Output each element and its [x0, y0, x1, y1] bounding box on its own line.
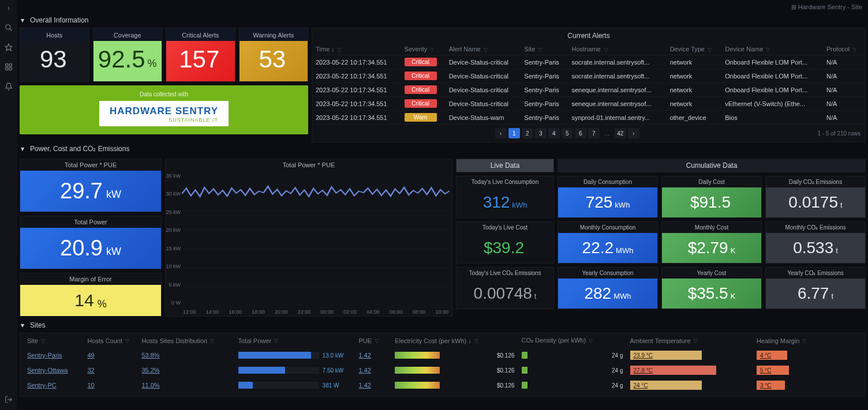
chart-title: Total Power * PUE: [166, 159, 452, 171]
alerts-col[interactable]: Time ↓ ▽: [312, 43, 401, 55]
sites-col[interactable]: Heating Margin ▽: [753, 333, 862, 348]
chevron-down-icon: ▾: [21, 145, 27, 153]
site-link[interactable]: Sentry-Ottawa: [27, 367, 68, 374]
alerts-col[interactable]: Device Name ▽: [721, 43, 823, 55]
search-icon[interactable]: [4, 23, 13, 32]
sites-col[interactable]: Total Power ▽: [235, 333, 356, 348]
section-power-header[interactable]: ▾Power, Cost and CO₂ Emissions: [20, 142, 866, 156]
sites-col[interactable]: Hosts Sites Distribution ▽: [138, 333, 234, 348]
filter-icon[interactable]: ▽: [41, 338, 45, 344]
site-link[interactable]: Sentry-PC: [27, 382, 57, 389]
filter-icon[interactable]: ▽: [125, 338, 129, 344]
tile-title: Warning Alerts: [240, 28, 308, 41]
pager-page[interactable]: 2: [522, 128, 533, 138]
filter-icon[interactable]: ▽: [430, 47, 434, 52]
alerts-col[interactable]: Protocol ▽: [823, 43, 865, 55]
bell-icon[interactable]: [4, 82, 13, 91]
filter-icon[interactable]: ▽: [766, 47, 770, 52]
filter-icon[interactable]: ▽: [802, 338, 806, 344]
alerts-col[interactable]: Hostname ▽: [568, 43, 666, 55]
metric-cost[interactable]: Monthly Cost$2.79K: [661, 221, 762, 264]
site-link[interactable]: Sentry-Paris: [27, 352, 62, 359]
pager-page[interactable]: 7: [588, 128, 600, 138]
tile-hosts[interactable]: Hosts 93: [20, 28, 89, 82]
filter-icon[interactable]: ▽: [694, 338, 698, 344]
severity-badge: Critical: [405, 99, 437, 108]
pager-page[interactable]: 3: [535, 128, 547, 138]
stat-total-power[interactable]: Total Power 20.9kW: [20, 216, 162, 269]
sites-row[interactable]: Sentry-Ottawa 32 35.2% 7.50 kW 1.42 $0.1…: [24, 363, 862, 378]
chart-panel: Total Power * PUE 35 kW30 kW25 kW20 kW15…: [165, 159, 452, 317]
severity-badge: Critical: [405, 72, 437, 80]
metric-consumption[interactable]: Monthly Consumption22.2MWh: [558, 221, 658, 264]
alerts-title: Current Alerts: [312, 28, 865, 43]
sites-col[interactable]: Ambient Temperature ▽: [627, 333, 753, 348]
stat-total-power-pue[interactable]: Total Power * PUE 29.7kW: [20, 159, 162, 212]
metric-co2[interactable]: Monthly CO₂ Emissions0.533t: [765, 221, 866, 264]
sites-col[interactable]: CO₂ Density (per kWh) ▽: [518, 333, 627, 348]
metric-live[interactable]: Today's Live Cost$39.2: [456, 221, 554, 264]
pager-prev[interactable]: ‹: [495, 128, 507, 138]
svg-rect-6: [9, 67, 12, 70]
section-sites-header[interactable]: ▾Sites: [20, 319, 866, 333]
filter-icon[interactable]: ▽: [708, 47, 712, 52]
metric-consumption[interactable]: Yearly Consumption282MWh: [558, 267, 658, 309]
metric-cost[interactable]: Daily Cost$91.5: [661, 176, 762, 218]
metric-live[interactable]: Today's Live CO₂ Emissions0.00748t: [456, 267, 554, 309]
alerts-row[interactable]: 2023-05-22 10:17:34.551 Critical Device-…: [312, 69, 865, 83]
metric-co2[interactable]: Daily CO₂ Emissions0.0175t: [765, 176, 866, 218]
sites-col[interactable]: Electricity Cost (per kWh) ↓ ▽: [391, 333, 518, 348]
alerts-col[interactable]: Severity ▽: [401, 43, 446, 55]
tile-title: Critical Alerts: [166, 28, 235, 41]
tile-warning-alerts[interactable]: Warning Alerts 53: [239, 28, 309, 82]
tile-critical-alerts[interactable]: Critical Alerts 157: [166, 28, 235, 82]
pager-page[interactable]: 5: [562, 128, 573, 138]
breadcrumb-link[interactable]: ⊞ Hardware Sentry - Site: [791, 3, 862, 11]
filter-icon[interactable]: ▽: [604, 47, 608, 52]
chevron-right-icon[interactable]: ›: [4, 3, 13, 13]
tile-coverage[interactable]: Coverage 92.5%: [93, 28, 163, 82]
sites-row[interactable]: Sentry-Paris 49 53.8% 13.0 kW 1.42 $0.12…: [24, 348, 862, 363]
brand-sub: SUSTAINABLE IT: [110, 117, 218, 123]
pager-page[interactable]: 42: [615, 128, 626, 138]
alerts-row[interactable]: 2023-05-22 10:17:34.551 Warn Device-Stat…: [312, 111, 865, 125]
filter-icon[interactable]: ▽: [274, 338, 278, 344]
star-icon[interactable]: [4, 43, 13, 52]
metric-cost[interactable]: Yearly Cost$35.5K: [661, 267, 762, 309]
tab-cumulative-data[interactable]: Cumulative Data: [558, 159, 866, 172]
tile-title: Hosts: [20, 28, 89, 41]
filter-icon[interactable]: ▽: [375, 338, 379, 344]
sites-row[interactable]: Sentry-PC 10 11.0% 381 W 1.42 $0.126 24 …: [24, 378, 862, 393]
section-overall-header[interactable]: ▾Overall Information: [20, 14, 866, 28]
severity-badge: Critical: [405, 85, 437, 94]
filter-icon[interactable]: ▽: [210, 338, 214, 344]
filter-icon[interactable]: ▽: [474, 338, 478, 344]
pager: ‹1234567...42›: [495, 125, 639, 142]
alerts-col[interactable]: Device Type ▽: [667, 43, 722, 55]
alerts-row[interactable]: 2023-05-22 10:17:34.551 Critical Device-…: [312, 97, 865, 111]
filter-icon[interactable]: ▽: [538, 47, 542, 52]
chevron-down-icon: ▾: [21, 16, 27, 24]
filter-icon[interactable]: ▽: [484, 47, 488, 52]
filter-icon[interactable]: ▽: [338, 47, 342, 52]
pager-page[interactable]: 4: [548, 128, 560, 138]
sites-col[interactable]: Hosts Count ▽: [84, 333, 138, 348]
metric-consumption[interactable]: Daily Consumption725kWh: [558, 176, 658, 218]
metric-live[interactable]: Today's Live Consumption312kWh: [456, 176, 554, 218]
logout-icon[interactable]: [4, 395, 13, 404]
grid-icon[interactable]: [4, 62, 13, 72]
tab-live-data[interactable]: Live Data: [456, 159, 554, 172]
alerts-row[interactable]: 2023-05-22 10:17:34.551 Critical Device-…: [312, 83, 865, 97]
alerts-row[interactable]: 2023-05-22 10:17:34.551 Critical Device-…: [312, 55, 865, 69]
pager-next[interactable]: ›: [628, 128, 639, 138]
pager-page[interactable]: 1: [508, 128, 520, 138]
alerts-col[interactable]: Site ▽: [521, 43, 568, 55]
sites-col[interactable]: Site ▽: [24, 333, 84, 348]
pager-page[interactable]: 6: [575, 128, 586, 138]
metric-co2[interactable]: Yearly CO₂ Emissions6.77t: [765, 267, 866, 309]
sites-col[interactable]: PUE ▽: [355, 333, 391, 348]
filter-icon[interactable]: ▽: [852, 47, 856, 52]
alerts-col[interactable]: Alert Name ▽: [446, 43, 521, 55]
stat-margin-of-error[interactable]: Margin of Error 14%: [20, 273, 162, 317]
filter-icon[interactable]: ▽: [589, 338, 593, 344]
